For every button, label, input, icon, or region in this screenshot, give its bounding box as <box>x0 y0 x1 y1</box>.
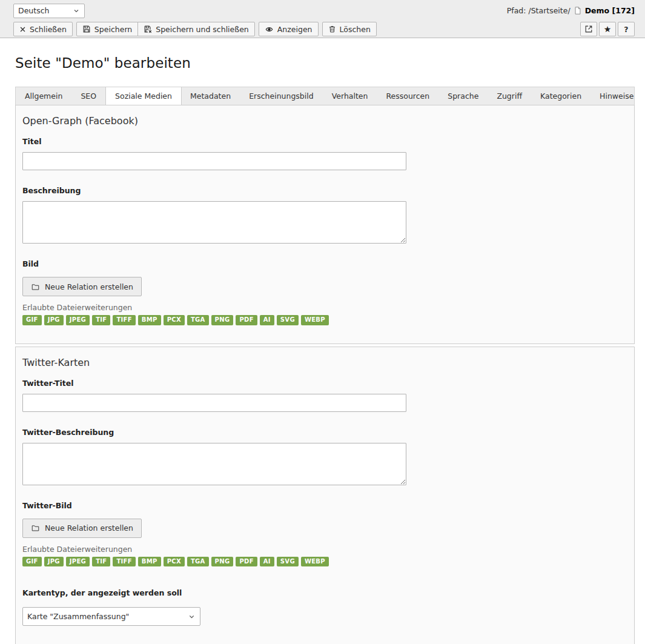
file-extension-badge: TIF <box>92 557 110 567</box>
close-icon <box>19 26 26 33</box>
breadcrumb: Pfad: /Startseite/ Demo [172] <box>507 6 635 15</box>
file-extension-badge: JPEG <box>66 557 90 567</box>
twitter-cards-panel: Twitter-Karten Twitter-Titel Twitter-Bes… <box>15 347 635 644</box>
tab-ressourcen[interactable]: Ressourcen <box>377 87 438 105</box>
save-button-group: Speichern Speichern und schließen <box>76 22 255 36</box>
og-title-field-group: Titel <box>22 137 627 170</box>
star-icon: ★ <box>604 25 612 33</box>
og-title-input[interactable] <box>22 152 406 170</box>
close-button-label: Schließen <box>30 25 67 34</box>
twitter-description-label: Twitter-Beschreibung <box>22 428 627 437</box>
tab-verhalten[interactable]: Verhalten <box>323 87 377 105</box>
save-button-label: Speichern <box>94 25 132 34</box>
save-close-icon <box>144 25 152 33</box>
file-extension-badge: TGA <box>187 557 209 567</box>
tab-seo[interactable]: SEO <box>71 87 105 105</box>
save-button[interactable]: Speichern <box>76 22 138 36</box>
file-extension-badge: AI <box>260 315 274 325</box>
file-extension-badge: JPG <box>44 557 64 567</box>
bookmark-button[interactable]: ★ <box>599 22 616 36</box>
twitter-image-field-group: Twitter-Bild Neue Relation erstellen Erl… <box>22 501 627 567</box>
twitter-image-label: Twitter-Bild <box>22 501 627 510</box>
file-extension-badge: PDF <box>236 315 257 325</box>
card-type-select-wrap: Karte "Zusammenfassung" <box>22 607 200 626</box>
file-extension-badge: TIFF <box>113 315 135 325</box>
view-button[interactable]: Anzeigen <box>259 22 319 36</box>
file-extension-badge: AI <box>260 557 274 567</box>
question-mark-icon: ? <box>624 25 628 34</box>
file-extension-badge: GIF <box>22 315 42 325</box>
close-button[interactable]: Schließen <box>13 22 73 36</box>
file-extension-badge: JPG <box>44 315 64 325</box>
twitter-heading: Twitter-Karten <box>22 357 627 368</box>
file-extension-badge: PNG <box>211 315 234 325</box>
open-graph-panel: Open-Graph (Facebook) Titel Beschreibung… <box>15 105 635 344</box>
card-type-label: Kartentyp, der angezeigt werden soll <box>22 588 627 597</box>
open-in-new-window-button[interactable] <box>580 22 597 36</box>
tab-kategorien[interactable]: Kategorien <box>531 87 590 105</box>
trash-icon <box>328 25 336 33</box>
folder-icon <box>31 283 40 291</box>
file-extension-badge: JPEG <box>66 315 90 325</box>
file-extension-badge: TIF <box>92 315 110 325</box>
twitter-allowed-extensions-label: Erlaubte Dateierweiterungen <box>22 545 627 554</box>
file-extension-badge: PCX <box>164 315 185 325</box>
tab-allgemein[interactable]: Allgemein <box>16 87 71 105</box>
og-description-textarea[interactable] <box>22 201 406 244</box>
tab-zugriff[interactable]: Zugriff <box>488 87 531 105</box>
secondary-toolbar: ★ ? <box>580 22 635 36</box>
tab-hinweise[interactable]: Hinweise <box>590 87 643 105</box>
folder-icon <box>31 524 40 532</box>
file-extension-badge: WEBP <box>301 557 329 567</box>
breadcrumb-path: Pfad: /Startseite/ <box>507 6 571 15</box>
twitter-title-label: Twitter-Titel <box>22 379 627 388</box>
help-button[interactable]: ? <box>618 22 635 36</box>
file-extension-badge: WEBP <box>301 315 329 325</box>
doc-header: Deutsch Pfad: /Startseite/ Demo [172] Sc… <box>0 0 645 38</box>
save-and-close-button-label: Speichern und schließen <box>156 25 249 34</box>
delete-button-label: Löschen <box>340 25 371 34</box>
page-document-icon <box>574 6 582 15</box>
save-icon <box>82 25 91 33</box>
twitter-new-relation-button[interactable]: Neue Relation erstellen <box>22 519 142 538</box>
twitter-description-textarea[interactable] <box>22 443 406 485</box>
file-extension-badge: PCX <box>164 557 185 567</box>
file-extension-badge: PDF <box>236 557 257 567</box>
record-title: Demo [172] <box>585 6 635 15</box>
language-select-wrap: Deutsch <box>13 4 85 18</box>
og-description-field-group: Beschreibung <box>22 186 627 244</box>
twitter-new-relation-button-label: Neue Relation erstellen <box>45 523 133 533</box>
toolbar: Schließen Speichern Speichern und schlie… <box>13 22 380 36</box>
file-extension-badge: BMP <box>138 557 161 567</box>
og-title-label: Titel <box>22 137 627 146</box>
og-allowed-extensions-label: Erlaubte Dateierweiterungen <box>22 303 627 312</box>
eye-icon <box>265 25 274 33</box>
tab-metadaten[interactable]: Metadaten <box>181 87 240 105</box>
og-new-relation-button-label: Neue Relation erstellen <box>45 282 133 291</box>
twitter-title-field-group: Twitter-Titel <box>22 379 627 412</box>
tab-bar: AllgemeinSEOSoziale MedienMetadatenErsch… <box>15 87 635 105</box>
tab-sprache[interactable]: Sprache <box>438 87 488 105</box>
file-extension-badge: GIF <box>22 557 42 567</box>
og-new-relation-button[interactable]: Neue Relation erstellen <box>22 277 142 296</box>
delete-button[interactable]: Löschen <box>322 22 377 36</box>
file-extension-badge: BMP <box>138 315 161 325</box>
twitter-title-input[interactable] <box>22 394 406 412</box>
card-type-field-group: Kartentyp, der angezeigt werden soll Kar… <box>22 588 627 626</box>
file-extension-badge: SVG <box>277 557 299 567</box>
og-allowed-extensions-badges: GIFJPGJPEGTIFTIFFBMPPCXTGAPNGPDFAISVGWEB… <box>22 315 627 325</box>
save-and-close-button[interactable]: Speichern und schließen <box>137 22 255 36</box>
card-type-select[interactable]: Karte "Zusammenfassung" <box>22 607 200 626</box>
open-in-new-window-icon <box>584 25 593 33</box>
file-extension-badge: TIFF <box>113 557 135 567</box>
page-title: Seite "Demo" bearbeiten <box>15 55 635 71</box>
twitter-description-field-group: Twitter-Beschreibung <box>22 428 627 485</box>
og-image-field-group: Bild Neue Relation erstellen Erlaubte Da… <box>22 259 627 325</box>
tab-erscheinungsbild[interactable]: Erscheinungsbild <box>240 87 323 105</box>
og-description-label: Beschreibung <box>22 186 627 195</box>
tab-soziale-medien[interactable]: Soziale Medien <box>105 87 182 105</box>
edit-form: AllgemeinSEOSoziale MedienMetadatenErsch… <box>15 87 635 644</box>
file-extension-badge: PNG <box>211 557 234 567</box>
language-select[interactable]: Deutsch <box>13 4 85 18</box>
open-graph-heading: Open-Graph (Facebook) <box>22 115 627 127</box>
